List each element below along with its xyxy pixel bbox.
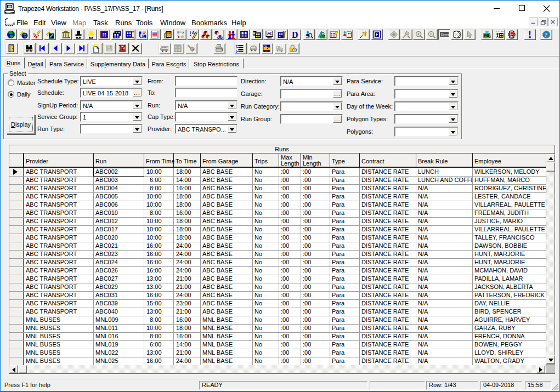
svg-text:?: ? [545, 31, 548, 38]
svg-text:A: A [192, 31, 195, 35]
svg-text:Street: Street [441, 33, 449, 36]
svg-text:D: D [292, 30, 298, 39]
svg-text:2: 2 [178, 46, 180, 49]
